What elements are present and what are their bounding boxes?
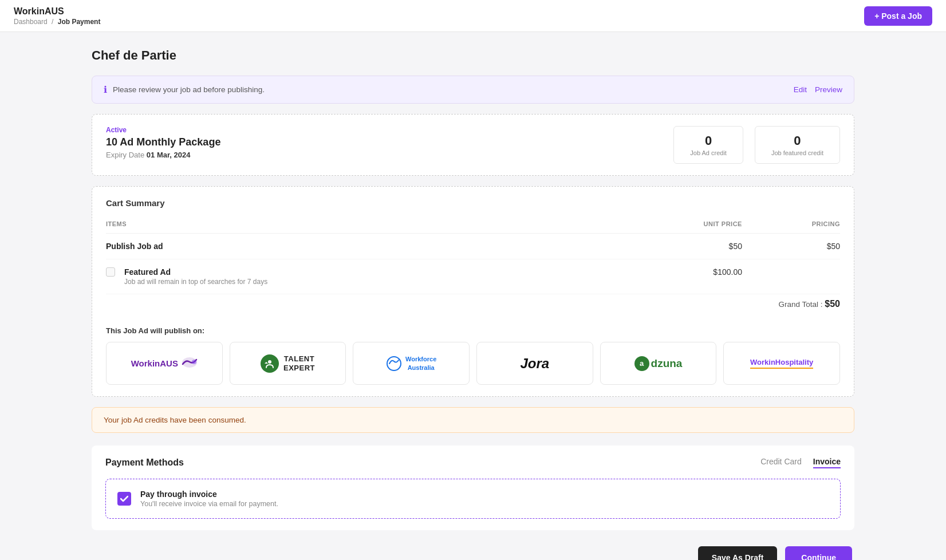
publisher-card-talent-expert: TALENT EXPERT xyxy=(230,342,346,385)
workforce-icon xyxy=(386,356,402,372)
table-row: Featured Ad Job ad will remain in top of… xyxy=(106,259,840,294)
item-unit-price-0: $50 xyxy=(601,234,754,259)
invoice-option[interactable]: Pay through invoice You'll receive invoi… xyxy=(105,479,841,519)
credits-section: 0 Job Ad credit 0 Job featured credit xyxy=(673,126,840,164)
adzuna-icon: a xyxy=(634,356,649,371)
main-content: Chef de Partie ℹ Please review your job … xyxy=(78,32,868,560)
nav-left: WorkinAUS Dashboard / Job Payment xyxy=(14,6,100,26)
expiry: Expiry Date 01 Mar, 2024 xyxy=(106,151,220,159)
publishers-grid: WorkinAUS xyxy=(106,342,840,385)
invoice-check-icon xyxy=(117,492,131,506)
app-title: WorkinAUS xyxy=(14,6,100,17)
cart-summary: Cart Summary ITEMS UNIT PRICE PRICING Pu… xyxy=(92,186,854,397)
publisher-logo-adzuna: a dzuna xyxy=(634,356,683,371)
publisher-card-workinaus: WorkinAUS xyxy=(106,342,223,385)
payment-methods-title: Payment Methods xyxy=(105,458,184,468)
publisher-logo-jora: Jora xyxy=(520,356,549,372)
publisher-logo-workin-hospitality: WorkinHospitality xyxy=(750,358,813,369)
cart-table: ITEMS UNIT PRICE PRICING Publish Job ad … xyxy=(106,217,840,294)
expiry-prefix: Expiry Date xyxy=(106,151,144,159)
publish-on-label: This Job Ad will publish on: xyxy=(106,326,840,335)
adzuna-text: dzuna xyxy=(651,357,683,370)
job-ad-credit-box: 0 Job Ad credit xyxy=(673,126,743,164)
job-ad-credit-label: Job Ad credit xyxy=(690,149,727,156)
active-badge: Active xyxy=(106,126,220,134)
publisher-card-jora: Jora xyxy=(476,342,593,385)
tab-invoice[interactable]: Invoice xyxy=(813,457,841,468)
continue-button[interactable]: Continue xyxy=(785,546,852,560)
talent-expert-text: TALENT EXPERT xyxy=(283,354,315,372)
svg-point-1 xyxy=(192,360,196,364)
item-name-0: Publish Job ad xyxy=(106,242,163,251)
breadcrumb-current: Job Payment xyxy=(58,18,101,26)
post-job-button[interactable]: + Post a Job xyxy=(864,6,932,26)
workforce-text: Workforce Australia xyxy=(405,355,436,372)
workinaus-icon xyxy=(182,356,198,370)
review-banner: ℹ Please review your job ad before publi… xyxy=(92,76,854,104)
item-pricing-0: $50 xyxy=(754,234,840,259)
workinaus-text: WorkinAUS xyxy=(131,358,178,368)
item-sub-1: Job ad will remain in top of searches fo… xyxy=(124,278,267,286)
publisher-card-workin-hospitality: WorkinHospitality xyxy=(723,342,840,385)
publisher-card-workforce-australia: Workforce Australia xyxy=(353,342,470,385)
item-pricing-1 xyxy=(754,259,840,294)
breadcrumb: Dashboard / Job Payment xyxy=(14,18,100,26)
publisher-logo-talent-expert: TALENT EXPERT xyxy=(261,354,315,373)
workin-hosp-text: WorkinHospitality xyxy=(750,358,813,366)
talent-expert-icon xyxy=(261,354,279,373)
package-name: 10 Ad Monthly Package xyxy=(106,136,220,148)
grand-total-label: Grand Total : xyxy=(778,300,822,309)
edit-link[interactable]: Edit xyxy=(794,85,807,94)
page-title: Chef de Partie xyxy=(92,48,854,63)
job-ad-credit-num: 0 xyxy=(690,133,727,148)
job-featured-credit-num: 0 xyxy=(771,133,823,148)
publish-section: This Job Ad will publish on: WorkinAUS xyxy=(106,326,840,385)
cart-summary-title: Cart Summary xyxy=(106,198,840,208)
grand-total-value: $50 xyxy=(825,299,840,309)
warning-message: Your job Ad credits have been consumed. xyxy=(104,416,246,424)
preview-link[interactable]: Preview xyxy=(815,85,842,94)
bottom-actions: Save As Draft Continue xyxy=(92,546,854,560)
payment-methods-section: Payment Methods Credit Card Invoice Pay … xyxy=(92,445,854,530)
invoice-sub: You'll receive invoice via email for pay… xyxy=(140,500,278,508)
breadcrumb-sep: / xyxy=(52,18,53,26)
publisher-logo-workforce: Workforce Australia xyxy=(386,355,436,372)
payment-methods-header: Payment Methods Credit Card Invoice xyxy=(105,457,841,468)
review-banner-left: ℹ Please review your job ad before publi… xyxy=(104,84,265,95)
table-row: Publish Job ad $50 $50 xyxy=(106,234,840,259)
review-banner-actions: Edit Preview xyxy=(794,85,842,94)
package-top: Active 10 Ad Monthly Package Expiry Date… xyxy=(106,126,840,164)
payment-tabs: Credit Card Invoice xyxy=(760,457,841,468)
publisher-logo-workinaus: WorkinAUS xyxy=(131,356,198,370)
save-draft-button[interactable]: Save As Draft xyxy=(698,546,778,560)
job-featured-credit-box: 0 Job featured credit xyxy=(755,126,840,164)
warning-banner: Your job Ad credits have been consumed. xyxy=(92,407,854,433)
item-unit-price-1: $100.00 xyxy=(601,259,754,294)
info-icon: ℹ xyxy=(104,84,107,95)
invoice-text: Pay through invoice You'll receive invoi… xyxy=(140,490,278,508)
invoice-title: Pay through invoice xyxy=(140,490,278,499)
featured-checkbox[interactable] xyxy=(106,267,115,277)
tab-credit-card[interactable]: Credit Card xyxy=(760,457,802,468)
expiry-date: 01 Mar, 2024 xyxy=(147,151,191,159)
publisher-card-adzuna: a dzuna xyxy=(600,342,717,385)
col-unit-price: UNIT PRICE xyxy=(601,217,754,234)
jora-text: Jora xyxy=(520,356,549,371)
svg-point-2 xyxy=(268,360,271,364)
grand-total-text: Grand Total : $50 xyxy=(106,299,840,309)
breadcrumb-home[interactable]: Dashboard xyxy=(14,18,48,26)
job-featured-credit-label: Job featured credit xyxy=(771,149,823,156)
col-items: ITEMS xyxy=(106,217,601,234)
review-banner-message: Please review your job ad before publish… xyxy=(113,85,265,94)
package-info: Active 10 Ad Monthly Package Expiry Date… xyxy=(106,126,220,159)
top-nav: WorkinAUS Dashboard / Job Payment + Post… xyxy=(0,0,946,32)
package-card: Active 10 Ad Monthly Package Expiry Date… xyxy=(92,114,854,176)
col-pricing: PRICING xyxy=(754,217,840,234)
item-name-1: Featured Ad xyxy=(124,267,267,277)
grand-total-wrapper: Grand Total : $50 xyxy=(106,299,840,316)
